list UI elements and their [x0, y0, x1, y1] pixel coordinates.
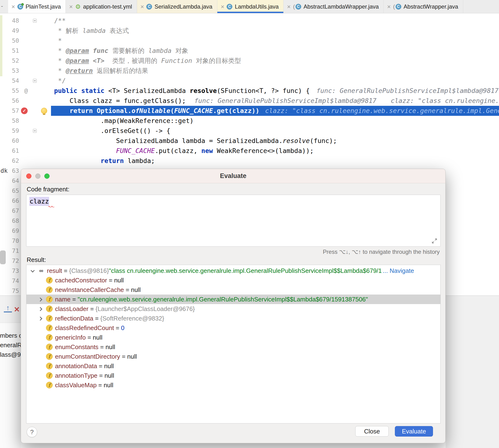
result-tree[interactable]: ∞result = {Class@9816} "class cn.ruleeng… [26, 265, 441, 423]
clipped-gutter-text: dk [0, 167, 8, 174]
zoom-window-button[interactable] [44, 174, 49, 179]
line-number: 74 [0, 276, 19, 286]
result-tree-row-classLoader[interactable]: fclassLoader = {Launcher$AppClassLoader@… [26, 304, 440, 314]
abstract-class-paren: ( [393, 3, 395, 10]
tab-close-icon[interactable]: × [387, 4, 391, 10]
intention-bulb-icon[interactable] [41, 108, 47, 114]
minimize-window-button[interactable] [35, 174, 41, 179]
tab-plaintest-java[interactable]: ×CPlainTest.java [8, 0, 66, 13]
code-line-48[interactable]: /** [51, 16, 499, 26]
tab-close-icon[interactable]: × [69, 4, 73, 10]
code-line-51[interactable]: * @param func 需要解析的 lambda 对象 [51, 46, 499, 56]
tab-abstractwrapper-java[interactable]: ×(CAbstractWrapper.java [384, 0, 463, 13]
result-tree-row-genericInfo[interactable]: fgenericInfo = null [26, 333, 440, 342]
scrollbar-thumb[interactable] [0, 250, 6, 264]
gutter-row: 60 [0, 136, 51, 146]
breakpoint-icon[interactable]: ✓ [21, 108, 28, 114]
code-line-50[interactable]: * [51, 36, 499, 46]
equals-sign: = [97, 372, 105, 379]
chevron-right-icon[interactable] [38, 297, 43, 302]
line-number: 67 [0, 206, 19, 216]
result-tree-row-cachedConstructor[interactable]: fcachedConstructor = null [26, 275, 440, 285]
variable-value: null [131, 286, 141, 294]
navigate-link[interactable]: ... Navigate [383, 267, 414, 274]
result-tree-row-name[interactable]: fname = "cn.ruleengine.web.service.gener… [26, 295, 440, 304]
tab-abstractlambdawrapper-java[interactable]: ×(CAbstractLambdaWrapper.java [284, 0, 384, 13]
chevron-placeholder [38, 325, 43, 330]
result-tree-row-annotationType[interactable]: fannotationType = null [26, 371, 440, 380]
result-tree-row-classRedefinedCount[interactable]: fclassRedefinedCount = 0 [26, 323, 440, 333]
equals-sign: = [98, 343, 106, 351]
chevron-right-icon[interactable] [38, 316, 43, 321]
tab-label: AbstractWrapper.java [404, 3, 458, 10]
field-icon: f [46, 372, 53, 379]
code-segment: 表达式 [106, 27, 129, 34]
code-line-52[interactable]: * @param <T> 类型，被调用的 Function 对象的目标类型 [51, 56, 499, 66]
equals-sign: = [114, 324, 121, 332]
code-line-57[interactable]: return Optional.ofNullable(FUNC_CACHE.ge… [51, 106, 499, 116]
line-number: 53 [0, 66, 19, 76]
help-button[interactable]: ? [27, 427, 37, 437]
code-line-60[interactable]: SerializedLambda lambda = SerializedLamb… [51, 136, 499, 146]
tab-serializedlambda-java[interactable]: ×CSerializedLambda.java [137, 0, 217, 13]
tab-close-icon[interactable]: × [287, 4, 290, 10]
code-segment: * [54, 37, 62, 44]
code-line-54[interactable]: */ [51, 76, 499, 86]
tab-close-icon[interactable]: × [140, 4, 144, 10]
result-tree-row-enumConstantDirectory[interactable]: fenumConstantDirectory = null [26, 352, 440, 361]
tab-close-icon[interactable]: × [11, 4, 15, 10]
chevron-placeholder [38, 288, 43, 292]
code-line-62[interactable]: return lambda; [51, 156, 499, 166]
equals-sign: = [97, 362, 104, 370]
code-segment: @param [66, 57, 89, 64]
tab-lambdautils-java[interactable]: ×CLambdaUtils.java [217, 0, 284, 13]
evaluate-dialog: Evaluate Code fragment: clazz Press ⌥↓, … [21, 169, 446, 443]
close-window-button[interactable] [26, 174, 32, 179]
code-line-55[interactable]: public static <T> SerializedLambda resol… [51, 86, 499, 96]
fold-marker-icon[interactable] [33, 129, 37, 133]
code-segment: * [54, 47, 66, 54]
code-line-59[interactable]: .orElseGet(() -> { [51, 126, 499, 136]
line-number: 58 [0, 116, 19, 126]
class-icon: C [146, 4, 152, 10]
result-tree-row-classValueMap[interactable]: fclassValueMap = null [26, 380, 440, 390]
code-line-53[interactable]: * @return 返回解析后的结果 [51, 66, 499, 76]
close-button[interactable]: Close [355, 426, 389, 437]
tab-close-icon[interactable]: × [221, 4, 224, 10]
equals-sign: = [71, 296, 78, 303]
chevron-down-icon[interactable] [30, 268, 35, 273]
equals-sign: = [86, 334, 93, 341]
result-tree-row-newInstanceCallerCache[interactable]: fnewInstanceCallerCache = null [26, 285, 440, 295]
gutter-row: 57✓ [0, 106, 51, 116]
class-icon: C [17, 4, 23, 10]
field-icon: f [46, 353, 53, 360]
code-line-58[interactable]: .map(WeakReference::get) [51, 116, 499, 126]
code-segment: func: GeneralRulePublishServiceImpl$lamb… [194, 97, 376, 104]
result-tree-row-result[interactable]: ∞result = {Class@9816} "class cn.ruleeng… [26, 266, 440, 275]
code-line-49[interactable]: * 解析 lambda 表达式 [51, 26, 499, 36]
result-tree-row-reflectionData[interactable]: freflectionData = {SoftReference@9832} [26, 314, 440, 323]
code-fragment-input[interactable]: clazz [26, 195, 441, 247]
evaluate-button[interactable]: Evaluate [395, 426, 433, 437]
fold-marker-icon[interactable] [33, 19, 37, 23]
field-icon: f [46, 296, 53, 303]
code-line-56[interactable]: Class clazz = func.getClass();func: Gene… [51, 96, 499, 106]
line-number: 68 [0, 216, 19, 226]
line-number: 51 [0, 46, 19, 56]
result-tree-row-enumConstants[interactable]: fenumConstants = null [26, 342, 440, 352]
variable-value: {SoftReference@9832} [100, 315, 164, 322]
fold-marker-icon[interactable] [33, 79, 37, 83]
dialog-titlebar[interactable]: Evaluate [21, 169, 445, 183]
code-line-61[interactable]: FUNC_CACHE.put(clazz, new WeakReference<… [51, 146, 499, 156]
expand-editor-icon[interactable] [431, 238, 437, 244]
tab-application-test-yml[interactable]: ×⚙application-test.yml [66, 0, 137, 13]
variable-value: 0 [121, 324, 124, 332]
result-tree-row-annotationData[interactable]: fannotationData = null [26, 361, 440, 371]
code-segment: */ [54, 77, 66, 84]
tab-label: LambdaUtils.java [235, 3, 279, 10]
field-icon: f [46, 325, 53, 331]
equals-sign: = [97, 382, 104, 389]
equals-sign: = [120, 353, 127, 360]
code-segment: * [54, 57, 66, 64]
chevron-right-icon[interactable] [38, 306, 43, 311]
